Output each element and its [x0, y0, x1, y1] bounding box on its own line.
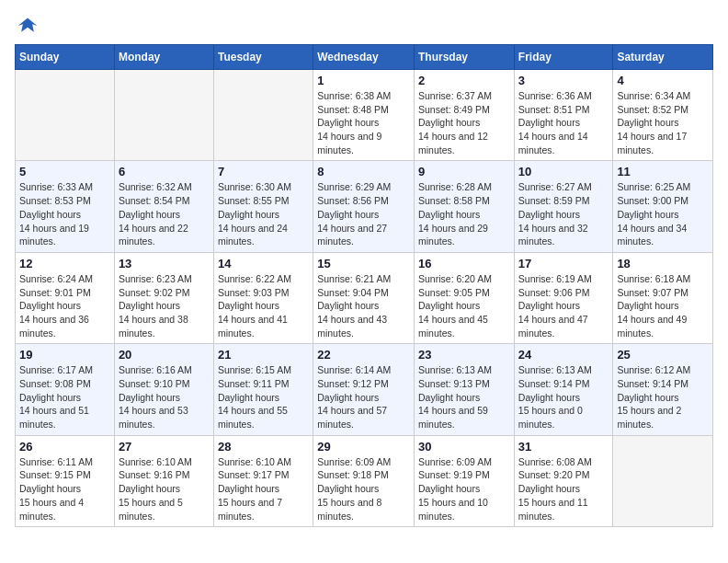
- calendar-cell: 9Sunrise: 6:28 AMSunset: 8:58 PMDaylight…: [415, 161, 515, 252]
- day-number: 3: [518, 74, 609, 87]
- day-info: Sunrise: 6:09 AMSunset: 9:18 PMDaylight …: [317, 455, 410, 523]
- calendar-cell: 29Sunrise: 6:09 AMSunset: 9:18 PMDayligh…: [313, 435, 415, 526]
- day-number: 29: [317, 440, 410, 454]
- day-number: 28: [218, 440, 309, 454]
- calendar-cell: 27Sunrise: 6:10 AMSunset: 9:16 PMDayligh…: [114, 435, 213, 526]
- day-info: Sunrise: 6:20 AMSunset: 9:05 PMDaylight …: [418, 272, 510, 339]
- logo: [15, 15, 39, 33]
- calendar-cell: 11Sunrise: 6:25 AMSunset: 9:00 PMDayligh…: [613, 161, 713, 252]
- calendar-cell: 16Sunrise: 6:20 AMSunset: 9:05 PMDayligh…: [415, 252, 515, 343]
- day-number: 30: [418, 440, 510, 454]
- day-number: 23: [418, 348, 510, 362]
- day-number: 19: [19, 348, 110, 362]
- calendar-cell: 17Sunrise: 6:19 AMSunset: 9:06 PMDayligh…: [514, 252, 613, 343]
- calendar-cell: 26Sunrise: 6:11 AMSunset: 9:15 PMDayligh…: [16, 435, 115, 526]
- weekday-header-sunday: Sunday: [16, 45, 115, 70]
- calendar-cell: 12Sunrise: 6:24 AMSunset: 9:01 PMDayligh…: [16, 252, 115, 343]
- calendar-cell: [114, 70, 213, 161]
- calendar-cell: 31Sunrise: 6:08 AMSunset: 9:20 PMDayligh…: [514, 435, 613, 526]
- day-number: 12: [19, 257, 110, 270]
- day-info: Sunrise: 6:33 AMSunset: 8:53 PMDaylight …: [19, 180, 110, 247]
- day-info: Sunrise: 6:22 AMSunset: 9:03 PMDaylight …: [218, 272, 309, 339]
- day-number: 6: [119, 165, 210, 178]
- day-number: 10: [518, 165, 609, 178]
- logo-bird-icon: [17, 15, 39, 37]
- day-info: Sunrise: 6:13 AMSunset: 9:14 PMDaylight …: [518, 363, 609, 431]
- day-number: 1: [317, 74, 410, 87]
- day-number: 13: [119, 257, 210, 270]
- calendar-cell: 20Sunrise: 6:16 AMSunset: 9:10 PMDayligh…: [114, 344, 213, 435]
- calendar-cell: 15Sunrise: 6:21 AMSunset: 9:04 PMDayligh…: [313, 252, 415, 343]
- weekday-header-saturday: Saturday: [613, 45, 713, 70]
- day-info: Sunrise: 6:21 AMSunset: 9:04 PMDaylight …: [317, 272, 410, 339]
- day-info: Sunrise: 6:16 AMSunset: 9:10 PMDaylight …: [119, 363, 210, 431]
- calendar-cell: 25Sunrise: 6:12 AMSunset: 9:14 PMDayligh…: [613, 344, 713, 435]
- day-number: 31: [518, 440, 609, 454]
- calendar-cell: [613, 435, 713, 526]
- day-info: Sunrise: 6:27 AMSunset: 8:59 PMDaylight …: [518, 180, 609, 247]
- day-number: 26: [19, 440, 110, 454]
- page-header: [15, 15, 713, 33]
- day-number: 17: [518, 257, 609, 270]
- day-number: 4: [617, 74, 709, 87]
- day-info: Sunrise: 6:08 AMSunset: 9:20 PMDaylight …: [518, 455, 609, 523]
- day-info: Sunrise: 6:34 AMSunset: 8:52 PMDaylight …: [617, 89, 709, 156]
- day-info: Sunrise: 6:37 AMSunset: 8:49 PMDaylight …: [418, 89, 510, 156]
- calendar-cell: 5Sunrise: 6:33 AMSunset: 8:53 PMDaylight…: [16, 161, 115, 252]
- day-info: Sunrise: 6:28 AMSunset: 8:58 PMDaylight …: [418, 180, 510, 247]
- day-number: 20: [119, 348, 210, 362]
- calendar-header-row: SundayMondayTuesdayWednesdayThursdayFrid…: [16, 45, 713, 70]
- day-info: Sunrise: 6:30 AMSunset: 8:55 PMDaylight …: [218, 180, 309, 247]
- calendar-cell: 21Sunrise: 6:15 AMSunset: 9:11 PMDayligh…: [213, 344, 313, 435]
- calendar-cell: 13Sunrise: 6:23 AMSunset: 9:02 PMDayligh…: [114, 252, 213, 343]
- day-number: 11: [617, 165, 709, 178]
- calendar-cell: [16, 70, 115, 161]
- calendar-cell: 23Sunrise: 6:13 AMSunset: 9:13 PMDayligh…: [415, 344, 515, 435]
- day-info: Sunrise: 6:29 AMSunset: 8:56 PMDaylight …: [317, 180, 410, 247]
- calendar-cell: 19Sunrise: 6:17 AMSunset: 9:08 PMDayligh…: [16, 344, 115, 435]
- calendar-cell: 2Sunrise: 6:37 AMSunset: 8:49 PMDaylight…: [415, 70, 515, 161]
- day-number: 18: [617, 257, 709, 270]
- calendar-cell: 4Sunrise: 6:34 AMSunset: 8:52 PMDaylight…: [613, 70, 713, 161]
- day-number: 15: [317, 257, 410, 270]
- weekday-header-tuesday: Tuesday: [213, 45, 313, 70]
- day-number: 24: [518, 348, 609, 362]
- day-number: 2: [418, 74, 510, 87]
- calendar-cell: 3Sunrise: 6:36 AMSunset: 8:51 PMDaylight…: [514, 70, 613, 161]
- day-info: Sunrise: 6:15 AMSunset: 9:11 PMDaylight …: [218, 363, 309, 431]
- day-info: Sunrise: 6:24 AMSunset: 9:01 PMDaylight …: [19, 272, 110, 339]
- day-info: Sunrise: 6:14 AMSunset: 9:12 PMDaylight …: [317, 363, 410, 431]
- day-number: 27: [119, 440, 210, 454]
- calendar-cell: 22Sunrise: 6:14 AMSunset: 9:12 PMDayligh…: [313, 344, 415, 435]
- day-info: Sunrise: 6:38 AMSunset: 8:48 PMDaylight …: [317, 89, 410, 156]
- svg-marker-0: [18, 17, 38, 31]
- day-number: 22: [317, 348, 410, 362]
- day-info: Sunrise: 6:25 AMSunset: 9:00 PMDaylight …: [617, 180, 709, 247]
- calendar-cell: 6Sunrise: 6:32 AMSunset: 8:54 PMDaylight…: [114, 161, 213, 252]
- calendar-cell: [213, 70, 313, 161]
- day-info: Sunrise: 6:11 AMSunset: 9:15 PMDaylight …: [19, 455, 110, 523]
- calendar-cell: 24Sunrise: 6:13 AMSunset: 9:14 PMDayligh…: [514, 344, 613, 435]
- day-number: 14: [218, 257, 309, 270]
- day-info: Sunrise: 6:23 AMSunset: 9:02 PMDaylight …: [119, 272, 210, 339]
- weekday-header-thursday: Thursday: [415, 45, 515, 70]
- weekday-header-wednesday: Wednesday: [313, 45, 415, 70]
- day-number: 25: [617, 348, 709, 362]
- calendar-cell: 14Sunrise: 6:22 AMSunset: 9:03 PMDayligh…: [213, 252, 313, 343]
- day-number: 21: [218, 348, 309, 362]
- day-info: Sunrise: 6:13 AMSunset: 9:13 PMDaylight …: [418, 363, 510, 431]
- day-info: Sunrise: 6:36 AMSunset: 8:51 PMDaylight …: [518, 89, 609, 156]
- day-info: Sunrise: 6:32 AMSunset: 8:54 PMDaylight …: [119, 180, 210, 247]
- calendar-week-row: 19Sunrise: 6:17 AMSunset: 9:08 PMDayligh…: [16, 344, 713, 435]
- day-number: 8: [317, 165, 410, 178]
- calendar-cell: 18Sunrise: 6:18 AMSunset: 9:07 PMDayligh…: [613, 252, 713, 343]
- calendar-table: SundayMondayTuesdayWednesdayThursdayFrid…: [15, 44, 713, 527]
- calendar-cell: 7Sunrise: 6:30 AMSunset: 8:55 PMDaylight…: [213, 161, 313, 252]
- calendar-week-row: 1Sunrise: 6:38 AMSunset: 8:48 PMDaylight…: [16, 70, 713, 161]
- day-number: 9: [418, 165, 510, 178]
- day-info: Sunrise: 6:12 AMSunset: 9:14 PMDaylight …: [617, 363, 709, 431]
- calendar-cell: 8Sunrise: 6:29 AMSunset: 8:56 PMDaylight…: [313, 161, 415, 252]
- day-number: 7: [218, 165, 309, 178]
- calendar-week-row: 12Sunrise: 6:24 AMSunset: 9:01 PMDayligh…: [16, 252, 713, 343]
- day-number: 5: [19, 165, 110, 178]
